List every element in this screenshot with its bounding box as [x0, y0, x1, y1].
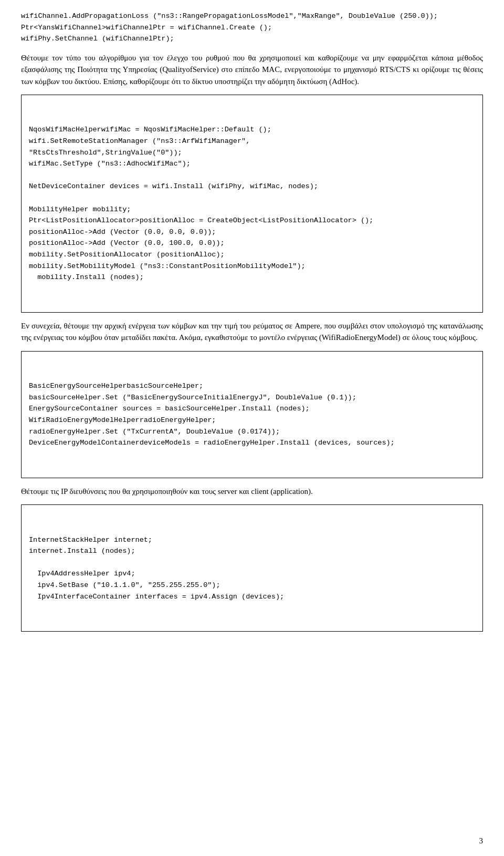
code-line: "RtsCtsThreshold",StringValue("0"));: [29, 147, 475, 159]
code-line: Ipv4AddressHelper ipv4;: [29, 568, 475, 580]
code-line: MobilityHelper mobility;: [29, 204, 475, 215]
greek-paragraph-ip: Θέτουμε τις IP διευθύνσεις που θα χρησιμ…: [21, 486, 483, 498]
code-block-2: BasicEnergySourceHelperbasicSourceHelper…: [21, 351, 483, 478]
code-line: DeviceEnergyModelContainerdeviceModels =…: [29, 437, 475, 449]
code-line: wifi.SetRemoteStationManager ("ns3::ArfW…: [29, 136, 475, 147]
code-line-3: wifiPhy.SetChannel (wifiChannelPtr);: [21, 33, 483, 45]
code-line: internet.Install (nodes);: [29, 545, 475, 557]
code-line: [29, 170, 475, 181]
greek-paragraph-energy: Εν συνεχεία, θέτουμε την αρχική ενέργεια…: [21, 320, 483, 344]
code-line: EnergySourceContainer sources = basicSou…: [29, 403, 475, 415]
code-line: positionAlloc->Add (Vector (0.0, 100.0, …: [29, 238, 475, 249]
code-line: WifiRadioEnergyModelHelperradioEnergyHel…: [29, 415, 475, 426]
code-block-3-content: InternetStackHelper internet;internet.In…: [29, 534, 475, 603]
code-block-3: InternetStackHelper internet;internet.In…: [21, 504, 483, 632]
page-number: 3: [479, 837, 484, 845]
code-line: positionAlloc->Add (Vector (0.0, 0.0, 0.…: [29, 226, 475, 238]
code-line: radioEnergyHelper.Set ("TxCurrentA", Dou…: [29, 426, 475, 438]
greek-paragraph-1: Θέτουμε τον τύπο του αλγορίθμου για τον …: [21, 52, 483, 88]
code-line: NqosWifiMacHelperwifiMac = NqosWifiMacHe…: [29, 124, 475, 136]
code-line-2: Ptr<YansWifiChannel>wifiChannelPtr = wif…: [21, 22, 483, 34]
code-line: Ptr<ListPositionAllocator>positionAlloc …: [29, 215, 475, 226]
code-line: Ipv4InterfaceContainer interfaces = ipv4…: [29, 591, 475, 603]
code-block-1-content: NqosWifiMacHelperwifiMac = NqosWifiMacHe…: [29, 124, 475, 283]
code-line: basicSourceHelper.Set ("BasicEnergySourc…: [29, 392, 475, 404]
page-content: wifiChannel.AddPropagationLoss ("ns3::Ra…: [21, 11, 483, 632]
code-block-1: NqosWifiMacHelperwifiMac = NqosWifiMacHe…: [21, 95, 483, 313]
code-line: [29, 192, 475, 204]
code-line: mobility.SetPositionAllocator (positionA…: [29, 249, 475, 261]
code-line: [29, 557, 475, 569]
intro-code-lines: wifiChannel.AddPropagationLoss ("ns3::Ra…: [21, 11, 483, 45]
code-block-2-content: BasicEnergySourceHelperbasicSourceHelper…: [29, 380, 475, 449]
code-line: NetDeviceContainer devices = wifi.Instal…: [29, 181, 475, 192]
code-line: ipv4.SetBase ("10.1.1.0", "255.255.255.0…: [29, 580, 475, 591]
code-line: mobility.Install (nodes);: [29, 272, 475, 283]
code-line-1: wifiChannel.AddPropagationLoss ("ns3::Ra…: [21, 11, 483, 22]
code-line: mobility.SetMobilityModel ("ns3::Constan…: [29, 261, 475, 272]
code-line: BasicEnergySourceHelperbasicSourceHelper…: [29, 380, 475, 392]
code-line: wifiMac.SetType ("ns3::AdhocWifiMac");: [29, 158, 475, 170]
code-line: InternetStackHelper internet;: [29, 534, 475, 546]
